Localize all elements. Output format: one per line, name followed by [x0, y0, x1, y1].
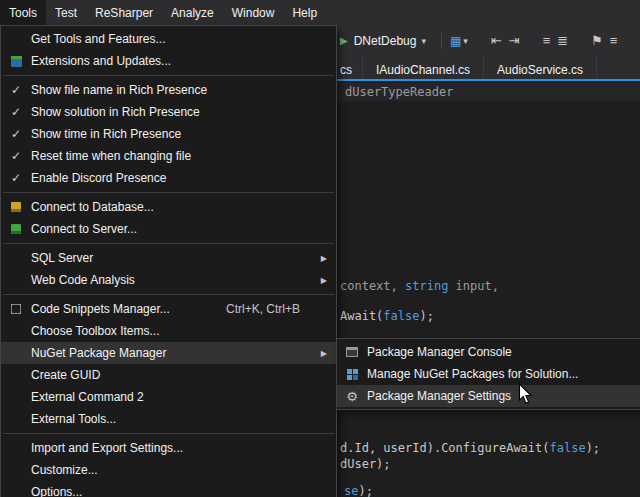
bookmark-list-icon[interactable]: ≡: [610, 33, 618, 48]
tab-truncated[interactable]: cs: [337, 56, 363, 79]
menu-item-label: Show time in Rich Presence: [31, 127, 181, 141]
checkmark-icon: ✓: [11, 171, 21, 185]
code-line-params: context, string input,: [340, 279, 499, 293]
menu-item-customize[interactable]: Customize...: [1, 459, 336, 481]
bookmark-icon[interactable]: ⚑: [591, 33, 603, 48]
start-debug-button[interactable]: ▶ DNetDebug ▾: [340, 34, 426, 48]
menu-item-label: SQL Server: [31, 251, 93, 265]
menu-item-extensions-and-updates[interactable]: Extensions and Updates...: [1, 50, 336, 72]
menu-analyze[interactable]: Analyze: [162, 0, 223, 25]
submenu-arrow-icon: ▶: [321, 349, 327, 358]
checkmark-icon: ✓: [11, 105, 21, 119]
menu-gutter: [337, 347, 367, 357]
code-line-duser: dUser);: [340, 457, 391, 471]
menu-item-label: Show solution in Rich Presence: [31, 105, 200, 119]
packages-icon: [347, 369, 358, 380]
menu-item-nuget-package-manager[interactable]: NuGet Package Manager▶: [1, 342, 336, 364]
checkmark-icon: ✓: [11, 83, 21, 97]
menu-item-external-command-2[interactable]: External Command 2: [1, 386, 336, 408]
menu-item-enable-discord-presence[interactable]: ✓Enable Discord Presence: [1, 167, 336, 189]
menu-item-label: Connect to Server...: [31, 222, 137, 236]
nuget-submenu: Package Manager Console Manage NuGet Pac…: [336, 338, 640, 410]
menu-item-manage-nuget-packages-solution[interactable]: Manage NuGet Packages for Solution...: [337, 363, 640, 385]
menu-item-shortcut: Ctrl+K, Ctrl+B: [226, 302, 300, 316]
menu-gutter: ⚙: [337, 390, 367, 403]
navigate-backward-icon[interactable]: ⇤: [491, 33, 502, 48]
menu-item-web-code-analysis[interactable]: Web Code Analysis▶: [1, 269, 336, 291]
menu-item-connect-to-database[interactable]: Connect to Database...: [1, 196, 336, 218]
menu-item-sql-server[interactable]: SQL Server▶: [1, 247, 336, 269]
menu-gutter: [1, 224, 31, 234]
console-icon: [346, 347, 358, 357]
menu-help[interactable]: Help: [283, 0, 326, 25]
extensions-icon: [11, 56, 22, 67]
menu-separator: [3, 433, 334, 434]
menu-resharper[interactable]: ReSharper: [86, 0, 162, 25]
outdent-icon[interactable]: ≣: [557, 33, 568, 48]
play-icon: ▶: [340, 35, 348, 46]
menu-gutter: [1, 56, 31, 67]
menu-tools[interactable]: Tools: [0, 0, 46, 25]
code-keyword: false: [383, 309, 419, 323]
menu-item-options[interactable]: Options...: [1, 481, 336, 497]
menu-item-label: Enable Discord Presence: [31, 171, 166, 185]
menu-item-package-manager-settings[interactable]: ⚙Package Manager Settings: [337, 385, 640, 407]
menu-item-show-solution-rich-presence[interactable]: ✓Show solution in Rich Presence: [1, 101, 336, 123]
tab-label: AudioService.cs: [497, 63, 583, 77]
menu-item-external-tools[interactable]: External Tools...: [1, 408, 336, 430]
code-line-await: Await(false);: [340, 309, 434, 323]
gear-icon: ⚙: [346, 390, 358, 403]
attach-process-button[interactable]: ▦ ▾: [450, 34, 468, 48]
code-line-configureawait: d.Id, userId).ConfigureAwait(false);: [340, 441, 600, 455]
menu-item-choose-toolbox-items[interactable]: Choose Toolbox Items...: [1, 320, 336, 342]
breadcrumb: dUserTypeReader: [345, 85, 453, 99]
tab-iaudiochannel[interactable]: IAudioChannel.cs: [363, 56, 484, 79]
server-icon: [11, 224, 21, 234]
menu-label: Test: [55, 6, 77, 20]
menu-window[interactable]: Window: [223, 0, 284, 25]
menu-item-import-export-settings[interactable]: Import and Export Settings...: [1, 437, 336, 459]
menu-item-label: Import and Export Settings...: [31, 441, 183, 455]
debug-target-label: DNetDebug: [354, 34, 417, 48]
submenu-arrow-icon: ▶: [321, 254, 327, 263]
code-text: input,: [448, 279, 499, 293]
menu-separator: [3, 192, 334, 193]
menu-item-label: External Tools...: [31, 412, 116, 426]
menu-gutter: ✓: [1, 171, 31, 185]
code-text: );: [419, 309, 433, 323]
menu-item-create-guid[interactable]: Create GUID: [1, 364, 336, 386]
menu-item-label: Extensions and Updates...: [31, 54, 171, 68]
code-keyword: false: [550, 441, 586, 455]
menu-item-label: Reset time when changing file: [31, 149, 191, 163]
menu-gutter: ✓: [1, 105, 31, 119]
submenu-arrow-icon: ▶: [321, 276, 327, 285]
code-snippets-icon: [11, 304, 21, 314]
code-text: dUser);: [340, 457, 391, 471]
tools-menu-dropdown: Get Tools and Features... Extensions and…: [0, 25, 337, 497]
indent-icon[interactable]: ≡: [543, 33, 551, 48]
menu-item-label: Create GUID: [31, 368, 100, 382]
toolbar-separator: [441, 33, 442, 49]
database-icon: [11, 202, 21, 212]
menu-item-label: Package Manager Settings: [367, 389, 511, 403]
menu-item-show-file-name-rich-presence[interactable]: ✓Show file name in Rich Presence: [1, 79, 336, 101]
menu-item-connect-to-server[interactable]: Connect to Server...: [1, 218, 336, 240]
menu-item-label: Package Manager Console: [367, 345, 512, 359]
menu-item-label: Manage NuGet Packages for Solution...: [367, 367, 578, 381]
tab-label: IAudioChannel.cs: [376, 63, 470, 77]
menu-separator: [3, 75, 334, 76]
menu-item-code-snippets-manager[interactable]: Code Snippets Manager...Ctrl+K, Ctrl+B: [1, 298, 336, 320]
menu-item-reset-time-when-changing-file[interactable]: ✓Reset time when changing file: [1, 145, 336, 167]
menu-item-label: Show file name in Rich Presence: [31, 83, 207, 97]
menu-item-package-manager-console[interactable]: Package Manager Console: [337, 341, 640, 363]
mouse-cursor: [518, 383, 533, 405]
code-text: d.Id, userId).ConfigureAwait(: [340, 441, 550, 455]
tab-audioservice[interactable]: AudioService.cs: [484, 56, 597, 79]
menu-item-label: Code Snippets Manager...: [31, 302, 170, 316]
menu-item-show-time-rich-presence[interactable]: ✓Show time in Rich Presence: [1, 123, 336, 145]
menu-test[interactable]: Test: [46, 0, 86, 25]
menu-item-get-tools-and-features[interactable]: Get Tools and Features...: [1, 28, 336, 50]
menu-label: ReSharper: [95, 6, 153, 20]
navigate-forward-icon[interactable]: ⇥: [509, 33, 520, 48]
menu-gutter: [337, 369, 367, 380]
